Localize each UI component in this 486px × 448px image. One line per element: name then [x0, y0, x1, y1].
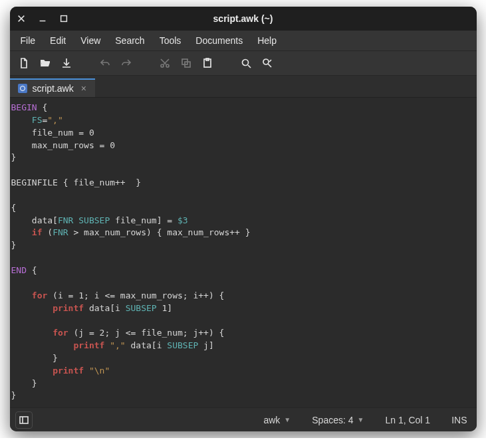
menu-tools[interactable]: Tools — [153, 33, 188, 49]
find-replace-button[interactable] — [257, 53, 277, 73]
cursor-position[interactable]: Ln 1, Col 1 — [381, 415, 434, 425]
close-window-button[interactable] — [17, 14, 26, 23]
mode-label: INS — [451, 415, 467, 425]
window-title: script.awk (~) — [10, 13, 477, 24]
redo-button[interactable] — [116, 53, 136, 73]
editor-window: script.awk (~) File Edit View Search Too… — [10, 7, 477, 431]
new-file-button[interactable] — [14, 53, 34, 73]
toolbar — [10, 51, 477, 76]
copy-button[interactable] — [176, 53, 196, 73]
undo-button[interactable] — [95, 53, 115, 73]
position-label: Ln 1, Col 1 — [385, 415, 430, 425]
window-controls — [17, 14, 68, 23]
statusbar: awk ▼ Spaces: 4 ▼ Ln 1, Col 1 INS — [10, 407, 477, 431]
code-editor[interactable]: BEGIN { FS="," file_num = 0 max_num_rows… — [10, 98, 477, 407]
cut-button[interactable] — [155, 53, 175, 73]
open-file-button[interactable] — [35, 53, 55, 73]
close-tab-button[interactable]: × — [79, 83, 88, 94]
side-panel-button[interactable] — [15, 411, 33, 429]
menu-edit[interactable]: Edit — [43, 33, 72, 49]
svg-point-7 — [242, 60, 248, 66]
svg-point-1 — [161, 64, 164, 67]
save-file-button[interactable] — [57, 53, 76, 73]
minimize-window-button[interactable] — [38, 14, 47, 23]
menu-search[interactable]: Search — [108, 33, 151, 49]
chevron-down-icon: ▼ — [358, 416, 364, 423]
menu-documents[interactable]: Documents — [189, 33, 249, 49]
paste-button[interactable] — [197, 53, 217, 73]
menubar: File Edit View Search Tools Documents He… — [10, 31, 477, 51]
indent-selector[interactable]: Spaces: 4 ▼ — [308, 415, 368, 425]
menu-help[interactable]: Help — [251, 33, 283, 49]
file-icon — [18, 84, 27, 93]
language-selector[interactable]: awk ▼ — [259, 415, 295, 425]
menu-file[interactable]: File — [14, 33, 43, 49]
search-button[interactable] — [236, 53, 256, 73]
tab-label: script.awk — [33, 83, 74, 94]
maximize-window-button[interactable] — [59, 14, 68, 23]
insert-mode[interactable]: INS — [447, 415, 471, 425]
menu-view[interactable]: View — [74, 33, 107, 49]
tabbar: script.awk × — [10, 76, 477, 98]
svg-point-2 — [166, 64, 169, 67]
titlebar: script.awk (~) — [10, 7, 477, 31]
svg-rect-9 — [20, 417, 28, 423]
chevron-down-icon: ▼ — [284, 416, 291, 423]
language-label: awk — [263, 415, 280, 425]
file-tab[interactable]: script.awk × — [10, 78, 95, 97]
svg-rect-0 — [61, 16, 66, 22]
svg-point-8 — [263, 59, 269, 64]
indent-label: Spaces: 4 — [312, 415, 353, 425]
